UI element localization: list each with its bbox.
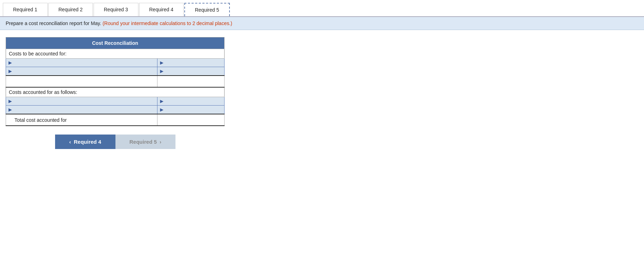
- input-row-2-value[interactable]: [166, 68, 223, 75]
- arrow-icon-1: ►: [7, 60, 13, 66]
- input-row-1-label[interactable]: [14, 59, 156, 66]
- arrow-icon-2: ►: [7, 68, 13, 75]
- total-cost-to-account-input[interactable]: [160, 78, 221, 85]
- input-row-3-value-cell[interactable]: ►: [157, 97, 225, 106]
- input-row-3: ► ►: [6, 97, 225, 106]
- tab-required2[interactable]: Required 2: [48, 3, 93, 16]
- input-row-4-value-cell[interactable]: ►: [157, 106, 225, 114]
- reconciliation-table: Cost Reconciliation Costs to be accounte…: [6, 37, 225, 126]
- arrow-icon-val-1: ►: [159, 60, 165, 66]
- input-row-2-label-cell[interactable]: ►: [6, 67, 157, 76]
- nav-buttons: ‹ Required 4 Required 5 ›: [55, 135, 638, 149]
- total-cost-accounted-input[interactable]: [160, 117, 221, 123]
- total-cost-accounted-value[interactable]: [157, 114, 225, 126]
- arrow-icon-val-3: ►: [159, 98, 165, 105]
- costs-accounted-label: Costs accounted for as follows:: [6, 87, 225, 97]
- input-row-1-value[interactable]: [166, 59, 223, 66]
- input-row-1-value-cell[interactable]: ►: [157, 59, 225, 67]
- prev-button-label: Required 4: [74, 139, 101, 145]
- next-arrow-icon: ›: [160, 139, 161, 145]
- arrow-icon-val-4: ►: [159, 107, 165, 113]
- total-cost-accounted-row: Total cost accounted for: [6, 114, 225, 126]
- input-row-2: ► ►: [6, 67, 225, 76]
- input-row-4-label-cell[interactable]: ►: [6, 106, 157, 114]
- total-cost-to-account-row: [6, 76, 225, 87]
- total-cost-to-account-value[interactable]: [157, 76, 225, 87]
- input-row-1: ► ►: [6, 59, 225, 67]
- input-row-4: ► ►: [6, 106, 225, 114]
- table-header-row: Cost Reconciliation: [6, 37, 225, 49]
- input-row-1-label-cell[interactable]: ►: [6, 59, 157, 67]
- tab-required5[interactable]: Required 5: [184, 3, 230, 16]
- input-row-3-label-cell[interactable]: ►: [6, 97, 157, 106]
- tab-required1[interactable]: Required 1: [3, 3, 48, 16]
- arrow-icon-3: ►: [7, 98, 13, 105]
- total-cost-accounted-label: Total cost accounted for: [6, 114, 157, 126]
- tab-required3[interactable]: Required 3: [94, 3, 138, 16]
- costs-accounted-section: Costs accounted for as follows:: [6, 87, 225, 97]
- input-row-3-label[interactable]: [14, 98, 156, 105]
- input-row-4-label[interactable]: [14, 106, 156, 113]
- input-row-3-value[interactable]: [166, 98, 223, 105]
- prev-arrow-icon: ‹: [69, 139, 71, 145]
- input-row-2-value-cell[interactable]: ►: [157, 67, 225, 76]
- arrow-icon-val-2: ►: [159, 68, 165, 75]
- tab-required4[interactable]: Required 4: [139, 3, 184, 16]
- total-cost-to-account-label: [6, 76, 157, 87]
- next-button-label: Required 5: [130, 139, 157, 145]
- input-row-2-label[interactable]: [14, 68, 156, 75]
- input-row-4-value[interactable]: [166, 106, 223, 113]
- tabs-container: Required 1 Required 2 Required 3 Require…: [0, 0, 644, 17]
- prev-button[interactable]: ‹ Required 4: [55, 135, 115, 149]
- instruction-note: (Round your intermediate calculations to…: [102, 20, 232, 26]
- arrow-icon-4: ►: [7, 107, 13, 113]
- main-content: Cost Reconciliation Costs to be accounte…: [0, 30, 644, 156]
- instruction-text: Prepare a cost reconciliation report for…: [6, 20, 101, 26]
- next-button[interactable]: Required 5 ›: [115, 135, 176, 149]
- costs-to-account-section: Costs to be accounted for:: [6, 49, 225, 59]
- costs-to-account-label: Costs to be accounted for:: [6, 49, 225, 59]
- instruction-bar: Prepare a cost reconciliation report for…: [0, 17, 644, 30]
- table-title: Cost Reconciliation: [6, 37, 225, 49]
